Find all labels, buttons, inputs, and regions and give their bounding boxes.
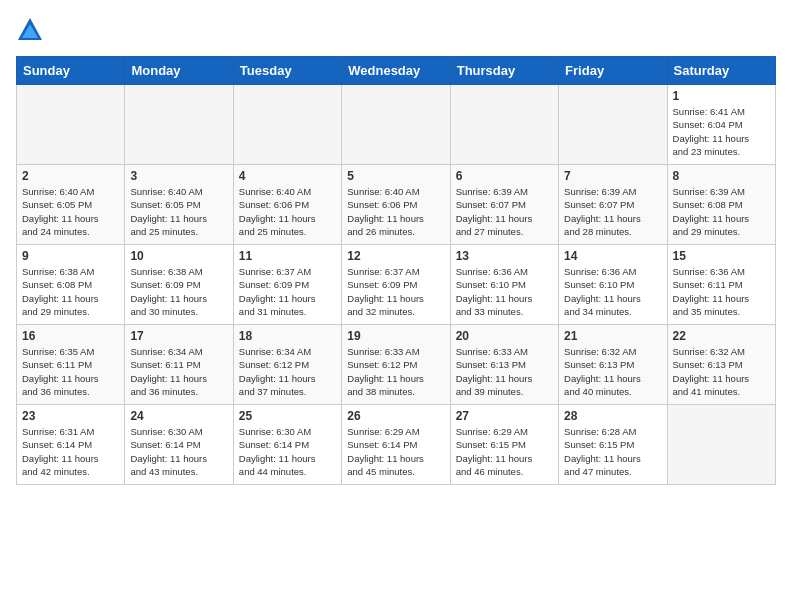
day-number: 20 <box>456 329 553 343</box>
calendar-cell <box>667 405 775 485</box>
day-number: 16 <box>22 329 119 343</box>
calendar-cell: 7Sunrise: 6:39 AM Sunset: 6:07 PM Daylig… <box>559 165 667 245</box>
calendar-cell: 16Sunrise: 6:35 AM Sunset: 6:11 PM Dayli… <box>17 325 125 405</box>
calendar-week: 1Sunrise: 6:41 AM Sunset: 6:04 PM Daylig… <box>17 85 776 165</box>
day-number: 19 <box>347 329 444 343</box>
day-header: Sunday <box>17 57 125 85</box>
day-info: Sunrise: 6:36 AM Sunset: 6:11 PM Dayligh… <box>673 265 770 318</box>
calendar-cell <box>233 85 341 165</box>
calendar-cell <box>17 85 125 165</box>
header-row: SundayMondayTuesdayWednesdayThursdayFrid… <box>17 57 776 85</box>
calendar-week: 9Sunrise: 6:38 AM Sunset: 6:08 PM Daylig… <box>17 245 776 325</box>
day-info: Sunrise: 6:31 AM Sunset: 6:14 PM Dayligh… <box>22 425 119 478</box>
day-info: Sunrise: 6:39 AM Sunset: 6:08 PM Dayligh… <box>673 185 770 238</box>
day-number: 3 <box>130 169 227 183</box>
header <box>16 16 776 44</box>
calendar-cell: 27Sunrise: 6:29 AM Sunset: 6:15 PM Dayli… <box>450 405 558 485</box>
day-info: Sunrise: 6:40 AM Sunset: 6:05 PM Dayligh… <box>22 185 119 238</box>
day-info: Sunrise: 6:34 AM Sunset: 6:12 PM Dayligh… <box>239 345 336 398</box>
logo-icon <box>16 16 44 44</box>
day-number: 21 <box>564 329 661 343</box>
day-info: Sunrise: 6:39 AM Sunset: 6:07 PM Dayligh… <box>564 185 661 238</box>
day-number: 17 <box>130 329 227 343</box>
day-number: 4 <box>239 169 336 183</box>
day-header: Saturday <box>667 57 775 85</box>
calendar-cell: 8Sunrise: 6:39 AM Sunset: 6:08 PM Daylig… <box>667 165 775 245</box>
calendar-cell: 6Sunrise: 6:39 AM Sunset: 6:07 PM Daylig… <box>450 165 558 245</box>
day-header: Friday <box>559 57 667 85</box>
calendar-body: 1Sunrise: 6:41 AM Sunset: 6:04 PM Daylig… <box>17 85 776 485</box>
calendar-cell <box>450 85 558 165</box>
day-info: Sunrise: 6:32 AM Sunset: 6:13 PM Dayligh… <box>564 345 661 398</box>
calendar-cell: 3Sunrise: 6:40 AM Sunset: 6:05 PM Daylig… <box>125 165 233 245</box>
day-info: Sunrise: 6:32 AM Sunset: 6:13 PM Dayligh… <box>673 345 770 398</box>
day-number: 18 <box>239 329 336 343</box>
calendar-cell <box>559 85 667 165</box>
day-info: Sunrise: 6:41 AM Sunset: 6:04 PM Dayligh… <box>673 105 770 158</box>
calendar-cell: 5Sunrise: 6:40 AM Sunset: 6:06 PM Daylig… <box>342 165 450 245</box>
calendar-cell: 18Sunrise: 6:34 AM Sunset: 6:12 PM Dayli… <box>233 325 341 405</box>
day-number: 10 <box>130 249 227 263</box>
calendar-cell: 15Sunrise: 6:36 AM Sunset: 6:11 PM Dayli… <box>667 245 775 325</box>
day-info: Sunrise: 6:29 AM Sunset: 6:14 PM Dayligh… <box>347 425 444 478</box>
day-header: Monday <box>125 57 233 85</box>
calendar-cell: 4Sunrise: 6:40 AM Sunset: 6:06 PM Daylig… <box>233 165 341 245</box>
calendar: SundayMondayTuesdayWednesdayThursdayFrid… <box>16 56 776 485</box>
day-info: Sunrise: 6:28 AM Sunset: 6:15 PM Dayligh… <box>564 425 661 478</box>
calendar-week: 16Sunrise: 6:35 AM Sunset: 6:11 PM Dayli… <box>17 325 776 405</box>
day-number: 28 <box>564 409 661 423</box>
day-number: 25 <box>239 409 336 423</box>
calendar-week: 23Sunrise: 6:31 AM Sunset: 6:14 PM Dayli… <box>17 405 776 485</box>
day-number: 1 <box>673 89 770 103</box>
day-header: Thursday <box>450 57 558 85</box>
day-number: 14 <box>564 249 661 263</box>
calendar-cell: 25Sunrise: 6:30 AM Sunset: 6:14 PM Dayli… <box>233 405 341 485</box>
day-info: Sunrise: 6:29 AM Sunset: 6:15 PM Dayligh… <box>456 425 553 478</box>
day-header: Tuesday <box>233 57 341 85</box>
calendar-cell: 14Sunrise: 6:36 AM Sunset: 6:10 PM Dayli… <box>559 245 667 325</box>
calendar-week: 2Sunrise: 6:40 AM Sunset: 6:05 PM Daylig… <box>17 165 776 245</box>
logo <box>16 16 48 44</box>
day-number: 7 <box>564 169 661 183</box>
day-info: Sunrise: 6:38 AM Sunset: 6:09 PM Dayligh… <box>130 265 227 318</box>
calendar-cell: 24Sunrise: 6:30 AM Sunset: 6:14 PM Dayli… <box>125 405 233 485</box>
calendar-cell: 23Sunrise: 6:31 AM Sunset: 6:14 PM Dayli… <box>17 405 125 485</box>
day-info: Sunrise: 6:30 AM Sunset: 6:14 PM Dayligh… <box>239 425 336 478</box>
day-info: Sunrise: 6:30 AM Sunset: 6:14 PM Dayligh… <box>130 425 227 478</box>
day-info: Sunrise: 6:39 AM Sunset: 6:07 PM Dayligh… <box>456 185 553 238</box>
day-info: Sunrise: 6:40 AM Sunset: 6:06 PM Dayligh… <box>239 185 336 238</box>
calendar-cell: 19Sunrise: 6:33 AM Sunset: 6:12 PM Dayli… <box>342 325 450 405</box>
day-info: Sunrise: 6:37 AM Sunset: 6:09 PM Dayligh… <box>239 265 336 318</box>
day-header: Wednesday <box>342 57 450 85</box>
day-number: 9 <box>22 249 119 263</box>
day-info: Sunrise: 6:40 AM Sunset: 6:06 PM Dayligh… <box>347 185 444 238</box>
day-number: 2 <box>22 169 119 183</box>
day-info: Sunrise: 6:35 AM Sunset: 6:11 PM Dayligh… <box>22 345 119 398</box>
day-info: Sunrise: 6:33 AM Sunset: 6:12 PM Dayligh… <box>347 345 444 398</box>
calendar-cell: 21Sunrise: 6:32 AM Sunset: 6:13 PM Dayli… <box>559 325 667 405</box>
day-number: 24 <box>130 409 227 423</box>
calendar-cell: 11Sunrise: 6:37 AM Sunset: 6:09 PM Dayli… <box>233 245 341 325</box>
day-number: 27 <box>456 409 553 423</box>
day-number: 8 <box>673 169 770 183</box>
day-info: Sunrise: 6:38 AM Sunset: 6:08 PM Dayligh… <box>22 265 119 318</box>
calendar-cell: 22Sunrise: 6:32 AM Sunset: 6:13 PM Dayli… <box>667 325 775 405</box>
day-number: 12 <box>347 249 444 263</box>
day-info: Sunrise: 6:36 AM Sunset: 6:10 PM Dayligh… <box>564 265 661 318</box>
day-info: Sunrise: 6:34 AM Sunset: 6:11 PM Dayligh… <box>130 345 227 398</box>
day-number: 13 <box>456 249 553 263</box>
day-info: Sunrise: 6:33 AM Sunset: 6:13 PM Dayligh… <box>456 345 553 398</box>
calendar-cell <box>125 85 233 165</box>
day-info: Sunrise: 6:36 AM Sunset: 6:10 PM Dayligh… <box>456 265 553 318</box>
calendar-header: SundayMondayTuesdayWednesdayThursdayFrid… <box>17 57 776 85</box>
calendar-cell: 12Sunrise: 6:37 AM Sunset: 6:09 PM Dayli… <box>342 245 450 325</box>
calendar-cell <box>342 85 450 165</box>
day-number: 11 <box>239 249 336 263</box>
day-number: 23 <box>22 409 119 423</box>
calendar-cell: 17Sunrise: 6:34 AM Sunset: 6:11 PM Dayli… <box>125 325 233 405</box>
day-info: Sunrise: 6:37 AM Sunset: 6:09 PM Dayligh… <box>347 265 444 318</box>
day-number: 15 <box>673 249 770 263</box>
calendar-cell: 9Sunrise: 6:38 AM Sunset: 6:08 PM Daylig… <box>17 245 125 325</box>
day-info: Sunrise: 6:40 AM Sunset: 6:05 PM Dayligh… <box>130 185 227 238</box>
day-number: 26 <box>347 409 444 423</box>
